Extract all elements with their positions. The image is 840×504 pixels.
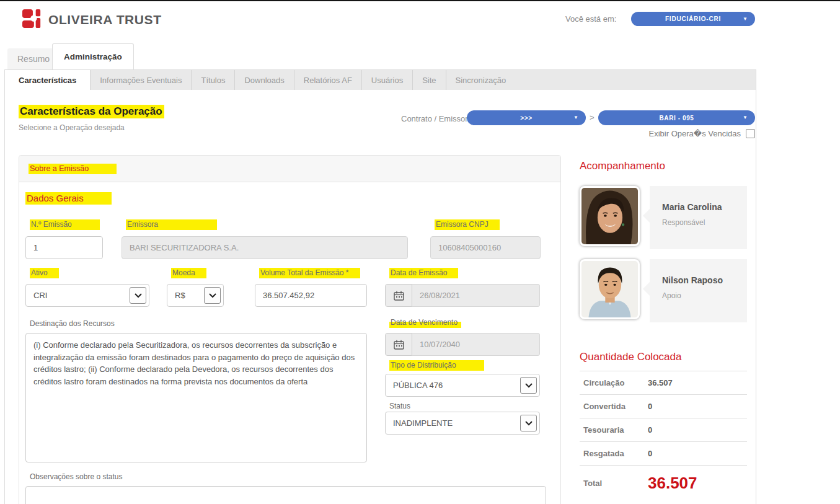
- row-label: Convertida: [580, 402, 648, 411]
- acompanhamento-title: Acompanhamento: [580, 160, 665, 172]
- person-name: Maria Carolina: [662, 202, 722, 212]
- destinacao-label: Destinação dos Recursos: [30, 319, 115, 328]
- contract-dropdown[interactable]: >>> ▼: [467, 110, 586, 125]
- oliveira-trust-logo-icon: [22, 9, 42, 29]
- panel-header: Sobre a Emissão: [19, 156, 560, 182]
- operation-dropdown[interactable]: BARI - 095 ▼: [598, 110, 755, 125]
- sub-tab-bar: Características Informações Eventuais Tí…: [4, 69, 756, 90]
- table-row: Convertida 0: [580, 394, 747, 418]
- panel-title: Sobre a Emissão: [29, 164, 117, 173]
- subtab-sincronizacao[interactable]: Sincronização: [446, 70, 516, 90]
- subtab-informacoes-eventuais[interactable]: Informações Eventuais: [90, 70, 191, 90]
- subtab-usuarios[interactable]: Usuários: [361, 70, 412, 90]
- ativo-select[interactable]: CRI: [25, 284, 149, 307]
- observacoes-label: Observações sobre o status: [30, 472, 122, 481]
- destinacao-textarea[interactable]: (i) Conforme declarado pela Securitizado…: [25, 333, 367, 462]
- chevron-down-icon: [130, 287, 146, 304]
- header: OLIVEIRA TRUST Você está em: FIDUCIÁRIO-…: [0, 1, 840, 36]
- chevron-down-icon: [520, 377, 537, 394]
- chevron-down-icon: [204, 287, 221, 304]
- you-are-in-label: Você está em:: [565, 14, 616, 24]
- quantidade-colocada-title: Quantidade Colocada: [580, 351, 681, 363]
- data-emissao-group: [385, 284, 540, 307]
- row-label: Resgatada: [580, 449, 648, 458]
- data-vencimento-group: [385, 333, 540, 356]
- expired-operations-label: Exibir Opera�s Vencidas: [649, 129, 741, 138]
- calendar-icon[interactable]: [385, 333, 412, 356]
- tipo-distribuicao-select[interactable]: PÚBLICA 476: [385, 374, 540, 397]
- data-vencimento-label: Data de Vencimento: [389, 318, 461, 327]
- table-row: Tesouraria 0: [580, 418, 747, 441]
- subtab-caracteristicas[interactable]: Características: [5, 70, 90, 90]
- total-label: Total: [580, 479, 648, 488]
- data-vencimento-input: [412, 333, 540, 356]
- person-name: Nilson Raposo: [662, 275, 723, 285]
- moeda-select[interactable]: R$: [167, 284, 224, 307]
- person-card-nilson: Nilson Raposo Apoio: [650, 259, 747, 322]
- page-title: Características da Operação: [19, 105, 164, 118]
- chevron-down-icon: ▼: [743, 16, 748, 22]
- row-value: 0: [648, 425, 652, 435]
- emissora-label: Emissora: [126, 220, 217, 229]
- subtab-relatorios-af[interactable]: Relatórios AF: [294, 70, 361, 90]
- emissora-cnpj-label: Emissora CNPJ: [435, 220, 500, 229]
- contract-separator: >: [590, 113, 595, 122]
- volume-total-input[interactable]: [255, 284, 367, 307]
- volume-total-label: Volume Total da Emissão *: [259, 268, 360, 277]
- row-label: Tesouraria: [580, 425, 648, 435]
- page-subtitle: Selecione a Operação desejada: [19, 123, 125, 132]
- chevron-down-icon: [520, 415, 537, 431]
- table-row: Circulação 36.507: [580, 371, 747, 394]
- numero-emissao-label: N.º Emissão: [30, 220, 100, 229]
- tipo-distribuicao-label: Tipo de Distribuição: [389, 361, 484, 369]
- subtab-titulos[interactable]: Títulos: [191, 70, 234, 90]
- table-row: Resgatada 0: [580, 441, 747, 465]
- sobre-a-emissao-panel: Sobre a Emissão Dados Gerais N.º Emissão…: [19, 155, 561, 504]
- row-value: 0: [648, 402, 652, 411]
- emissora-input: [122, 236, 408, 259]
- table-row-total: Total 36.507: [580, 465, 747, 501]
- context-dropdown-value: FIDUCIÁRIO-CRI: [665, 15, 721, 22]
- data-emissao-input: [412, 284, 540, 307]
- subtab-downloads[interactable]: Downloads: [234, 70, 293, 90]
- brand-name: OLIVEIRA TRUST: [48, 12, 162, 27]
- app-window: OLIVEIRA TRUST Você está em: FIDUCIÁRIO-…: [0, 0, 840, 504]
- person-card-maria: Maria Carolina Responsável: [650, 186, 747, 249]
- row-label: Circulação: [580, 378, 648, 387]
- avatar-nilson-raposo: [580, 259, 640, 319]
- tab-administracao[interactable]: Administração: [52, 43, 134, 69]
- expired-operations-checkbox[interactable]: [746, 129, 755, 138]
- context-dropdown[interactable]: FIDUCIÁRIO-CRI ▼: [631, 12, 755, 26]
- row-value: 36.507: [648, 378, 673, 387]
- status-label: Status: [389, 402, 410, 410]
- observacoes-input[interactable]: [25, 486, 546, 504]
- expired-operations-row: Exibir Opera�s Vencidas: [598, 129, 755, 138]
- numero-emissao-input[interactable]: [25, 236, 103, 259]
- dados-gerais-title: Dados Gerais: [25, 193, 112, 203]
- chevron-down-icon: ▼: [743, 115, 748, 120]
- person-role: Apoio: [662, 291, 681, 300]
- calendar-icon[interactable]: [385, 284, 412, 307]
- emissora-cnpj-input: [430, 236, 541, 259]
- quantidade-colocada-table: Circulação 36.507 Convertida 0 Tesourari…: [580, 371, 747, 501]
- subtab-site[interactable]: Site: [412, 70, 445, 90]
- data-emissao-label: Data de Emissão: [389, 268, 458, 277]
- moeda-label: Moeda: [171, 268, 206, 277]
- row-value: 0: [648, 449, 652, 458]
- total-value: 36.507: [648, 474, 697, 493]
- avatar-maria-carolina: [580, 186, 640, 246]
- ativo-label: Ativo: [30, 268, 59, 277]
- chevron-down-icon: ▼: [573, 115, 578, 120]
- status-select[interactable]: INADIMPLENTE: [385, 412, 540, 435]
- contract-emissor-label: Contrato / Emissor: [401, 114, 468, 123]
- person-role: Responsável: [662, 218, 705, 227]
